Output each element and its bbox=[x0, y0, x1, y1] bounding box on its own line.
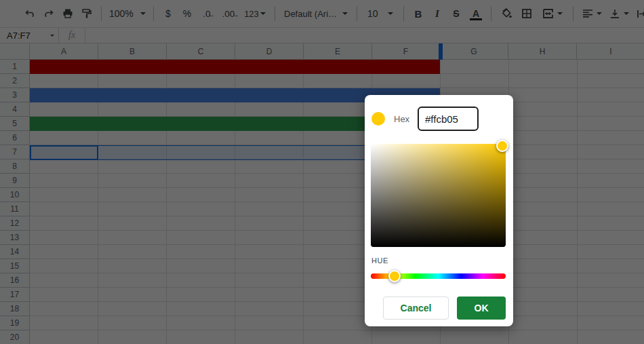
current-color-swatch bbox=[371, 112, 385, 126]
saturation-value-gradient[interactable] bbox=[371, 144, 506, 247]
hue-slider-handle[interactable] bbox=[388, 270, 401, 282]
custom-color-dialog: Hex HUE Cancel OK bbox=[365, 95, 513, 326]
gradient-handle[interactable] bbox=[496, 140, 508, 152]
spreadsheet-app: 100% $ % .0← .00→ 123 Default (Ari… 10 bbox=[0, 0, 644, 344]
hue-label: HUE bbox=[371, 256, 388, 265]
hex-input[interactable] bbox=[418, 107, 479, 131]
ok-button[interactable]: OK bbox=[457, 297, 506, 320]
hex-label: Hex bbox=[394, 114, 409, 124]
modal-overlay[interactable] bbox=[0, 0, 644, 344]
cancel-button[interactable]: Cancel bbox=[383, 297, 449, 320]
